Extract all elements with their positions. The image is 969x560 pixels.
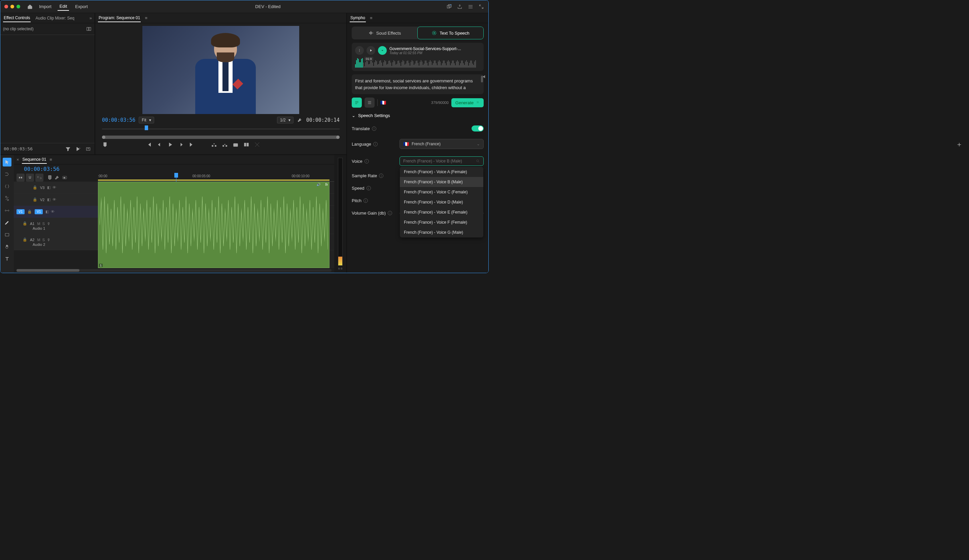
playback-icon[interactable] <box>75 146 81 152</box>
selection-tool-icon[interactable] <box>3 158 12 166</box>
timeline-timecode[interactable]: 00:00:03:56 <box>24 166 60 172</box>
info-icon[interactable]: i <box>373 142 378 146</box>
play-icon[interactable] <box>167 141 173 148</box>
audio-more-icon[interactable] <box>355 46 364 55</box>
menu-import[interactable]: Import <box>37 3 53 10</box>
speaker-icon[interactable] <box>482 74 487 79</box>
marker-add-icon[interactable] <box>47 174 53 181</box>
captions-icon[interactable]: cc <box>62 174 68 181</box>
slip-tool-icon[interactable] <box>3 206 12 215</box>
voice-option-e[interactable]: French (France) - Voice E (Female) <box>400 207 483 217</box>
voice-option-c[interactable]: French (France) - Voice C (Female) <box>400 187 483 197</box>
source-v1-badge[interactable]: V1 <box>17 209 25 214</box>
toggle-track-icon[interactable]: ◧ <box>47 198 50 202</box>
home-icon[interactable] <box>27 4 33 10</box>
in-point-icon[interactable] <box>113 141 119 148</box>
nest-icon[interactable] <box>17 174 25 182</box>
overflow-icon[interactable]: » <box>90 15 92 20</box>
step-forward-icon[interactable] <box>178 141 184 148</box>
language-select[interactable]: 🇫🇷French (France) ⌄ <box>400 139 484 149</box>
voice-search-input[interactable] <box>403 159 473 163</box>
generate-button[interactable]: Generate <box>451 98 484 107</box>
target-v1-badge[interactable]: V1 <box>35 209 43 214</box>
compare-icon[interactable] <box>243 141 250 148</box>
voice-over-icon[interactable]: 🎙 <box>47 222 50 226</box>
camera-icon[interactable] <box>233 141 239 148</box>
workspace-icon[interactable] <box>468 4 474 10</box>
info-icon[interactable]: i <box>363 198 368 203</box>
voice-option-d[interactable]: French (France) - Voice D (Male) <box>400 197 483 207</box>
language-flag-icon[interactable]: 🇫🇷 <box>380 100 386 105</box>
lift-icon[interactable] <box>211 141 217 148</box>
resolution-dropdown[interactable]: 1/2▾ <box>277 117 293 123</box>
mute-icon[interactable]: M <box>37 238 40 242</box>
close-tab-icon[interactable]: × <box>17 157 19 162</box>
paragraph-icon[interactable] <box>365 98 375 108</box>
tab-sequence[interactable]: Sequence 01 <box>22 156 47 164</box>
program-playhead[interactable] <box>145 125 148 130</box>
lock-icon[interactable]: 🔒 <box>33 185 37 190</box>
menu-edit[interactable]: Edit <box>58 2 69 11</box>
panel-menu-icon[interactable]: ≡ <box>145 15 147 20</box>
wrench-icon[interactable] <box>297 117 303 123</box>
lock-icon[interactable]: 🔒 <box>23 238 27 242</box>
solo-icon[interactable]: S <box>42 238 45 242</box>
extract-icon[interactable] <box>222 141 228 148</box>
program-ruler[interactable] <box>102 125 340 132</box>
info-icon[interactable]: i <box>366 186 371 190</box>
timeline-ruler[interactable]: :00:00 00:00:05:00 00:00:10:00 <box>98 174 334 182</box>
add-marker-icon[interactable] <box>102 141 108 148</box>
export-frame-icon[interactable] <box>85 146 91 152</box>
voice-option-g[interactable]: French (France) - Voice G (Male) <box>400 228 483 238</box>
tab-sound-effects[interactable]: Soud Effects <box>352 27 417 39</box>
goto-in-icon[interactable] <box>146 141 152 148</box>
info-icon[interactable]: i <box>372 126 376 131</box>
tts-text-input[interactable]: First and foremost, social services are … <box>352 74 484 94</box>
eye-icon[interactable]: 👁 <box>51 209 55 214</box>
speech-settings-section[interactable]: ⌄ Speech Settings <box>352 111 484 120</box>
eye-icon[interactable]: 👁 <box>53 185 56 190</box>
lock-icon[interactable]: 🔒 <box>27 209 32 214</box>
lock-icon[interactable]: 🔒 <box>23 221 27 226</box>
tab-text-to-speech[interactable]: Text To Speech <box>417 27 484 39</box>
voice-option-f[interactable]: French (France) - Voice F (Female) <box>400 217 483 228</box>
hand-tool-icon[interactable] <box>3 243 12 251</box>
solo-icon[interactable]: S <box>42 222 45 226</box>
snap-icon[interactable] <box>26 174 34 182</box>
info-icon[interactable]: i <box>365 159 369 163</box>
tab-audio-clip-mixer[interactable]: Audio Clip Mixer: Seq <box>35 15 75 22</box>
minimize-window[interactable] <box>10 5 14 8</box>
translate-toggle[interactable] <box>471 125 484 131</box>
tab-effect-controls[interactable]: Effect Controls <box>3 14 31 22</box>
goto-out-icon[interactable] <box>189 141 195 148</box>
step-back-icon[interactable] <box>157 141 163 148</box>
settings-icon[interactable] <box>54 174 60 181</box>
menu-export[interactable]: Export <box>73 3 90 10</box>
program-video-frame[interactable] <box>142 26 299 114</box>
audio-play-icon[interactable] <box>366 46 375 55</box>
timeline-content[interactable]: live-television-guest-telling-sad-life-s… <box>98 182 334 268</box>
timeline-zoom-scrollbar[interactable] <box>14 268 334 273</box>
toggle-track-icon[interactable]: ◧ <box>47 185 50 190</box>
voice-select[interactable]: French (France) - Voice A (Female) Frenc… <box>400 156 484 166</box>
audio-waveform[interactable]: 01:9 <box>355 58 480 68</box>
pen-tool-icon[interactable] <box>3 218 12 227</box>
toggle-track-icon[interactable]: ◧ <box>45 209 49 214</box>
fit-dropdown[interactable]: Fit▾ <box>139 117 154 123</box>
lock-icon[interactable]: 🔒 <box>33 198 37 202</box>
out-point-icon[interactable] <box>123 141 130 148</box>
ripple-edit-tool-icon[interactable] <box>3 182 12 191</box>
razor-tool-icon[interactable] <box>3 194 12 203</box>
maximize-window[interactable] <box>17 5 20 8</box>
mute-icon[interactable]: M <box>37 222 40 226</box>
show-timeline-icon[interactable] <box>86 26 92 32</box>
audio-insert-icon[interactable] <box>378 46 387 55</box>
voice-option-b[interactable]: French (France) - Voice B (Male) <box>400 177 483 187</box>
close-window[interactable] <box>4 5 8 8</box>
linked-selection-icon[interactable] <box>35 174 43 182</box>
tab-program[interactable]: Program: Sequence 01 <box>98 14 141 22</box>
panel-menu-icon[interactable]: ≡ <box>50 157 52 162</box>
safe-margins-icon[interactable] <box>254 141 260 148</box>
quick-export-icon[interactable] <box>446 4 452 10</box>
eye-icon[interactable]: 👁 <box>53 198 56 202</box>
